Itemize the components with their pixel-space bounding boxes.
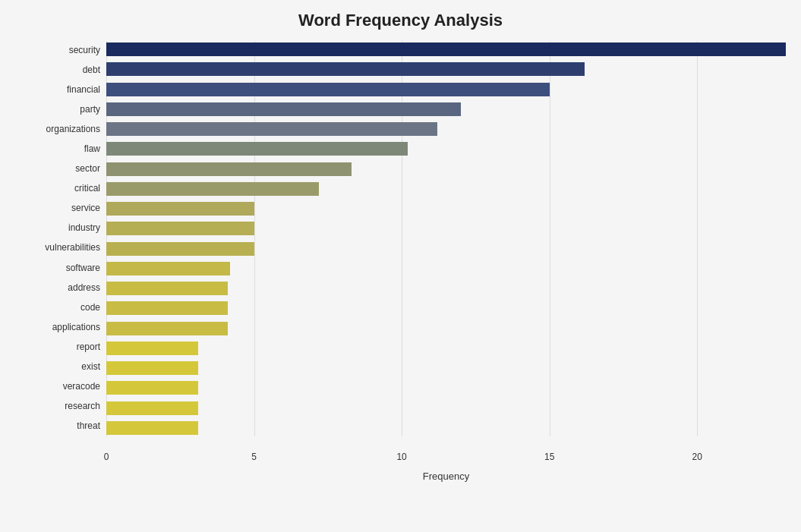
x-tick-label: 15 bbox=[544, 452, 554, 462]
bar-row bbox=[106, 379, 786, 396]
bar-row bbox=[106, 420, 786, 436]
bar-row bbox=[106, 220, 786, 237]
bar bbox=[106, 42, 786, 56]
chart-area: securitydebtfinancialpartyorganizationsf… bbox=[15, 41, 786, 482]
bar-row bbox=[106, 300, 786, 316]
y-label: vulnerabilities bbox=[45, 238, 100, 257]
y-label: code bbox=[80, 298, 100, 316]
y-label: industry bbox=[68, 219, 100, 237]
y-label: critical bbox=[74, 179, 100, 197]
x-tick-label: 0 bbox=[104, 452, 109, 462]
y-labels: securitydebtfinancialpartyorganizationsf… bbox=[15, 41, 106, 482]
bar-row bbox=[106, 241, 786, 257]
y-label: financial bbox=[67, 80, 100, 99]
y-label: security bbox=[69, 41, 100, 59]
bar bbox=[106, 83, 550, 96]
y-label: party bbox=[80, 100, 100, 118]
y-label: veracode bbox=[63, 377, 100, 395]
bar-row bbox=[106, 181, 786, 197]
bar-row bbox=[106, 340, 786, 357]
y-label: threat bbox=[77, 417, 100, 435]
y-label: debt bbox=[83, 61, 100, 79]
bar-row bbox=[106, 280, 786, 297]
bar bbox=[106, 301, 228, 315]
bar bbox=[106, 122, 437, 136]
bar-row bbox=[106, 320, 786, 337]
bars-container bbox=[106, 41, 786, 459]
bar bbox=[106, 182, 319, 196]
bar bbox=[106, 401, 198, 415]
x-tick-label: 20 bbox=[692, 452, 702, 462]
bar-row bbox=[106, 61, 786, 77]
bar bbox=[106, 282, 228, 295]
x-axis: 05101520 Frequency bbox=[106, 459, 786, 482]
y-label: exist bbox=[81, 357, 100, 376]
bar-row bbox=[106, 260, 786, 277]
bar-row bbox=[106, 400, 786, 417]
bar bbox=[106, 62, 585, 76]
bar bbox=[106, 222, 254, 235]
y-label: sector bbox=[75, 159, 100, 178]
y-label: address bbox=[68, 279, 100, 297]
bar bbox=[106, 162, 352, 176]
bar bbox=[106, 242, 254, 256]
bar-row bbox=[106, 161, 786, 178]
y-label: organizations bbox=[46, 120, 100, 138]
y-label: flaw bbox=[84, 140, 100, 158]
y-label: research bbox=[65, 397, 100, 415]
bar-row bbox=[106, 101, 786, 118]
bar bbox=[106, 381, 198, 395]
x-tick-label: 5 bbox=[251, 452, 257, 462]
bar bbox=[106, 142, 408, 156]
bar-row bbox=[106, 360, 786, 376]
x-tick-label: 10 bbox=[396, 452, 406, 462]
bar-row bbox=[106, 121, 786, 137]
y-label: report bbox=[77, 338, 100, 356]
bar bbox=[106, 421, 198, 435]
bar-row bbox=[106, 200, 786, 217]
bar bbox=[106, 202, 254, 216]
bar bbox=[106, 361, 198, 375]
bar-row bbox=[106, 41, 786, 58]
bar bbox=[106, 262, 230, 275]
y-label: software bbox=[66, 259, 100, 277]
chart-title: Word Frequency Analysis bbox=[15, 11, 786, 30]
bar bbox=[106, 342, 198, 355]
y-label: service bbox=[71, 199, 100, 217]
plot-area: 05101520 Frequency bbox=[106, 41, 786, 482]
chart-container: Word Frequency Analysis securitydebtfina… bbox=[0, 0, 801, 532]
bar-row bbox=[106, 140, 786, 157]
y-label: applications bbox=[52, 318, 100, 336]
x-axis-title: Frequency bbox=[106, 471, 786, 482]
bar-row bbox=[106, 81, 786, 98]
bar bbox=[106, 322, 228, 335]
bar bbox=[106, 102, 461, 116]
